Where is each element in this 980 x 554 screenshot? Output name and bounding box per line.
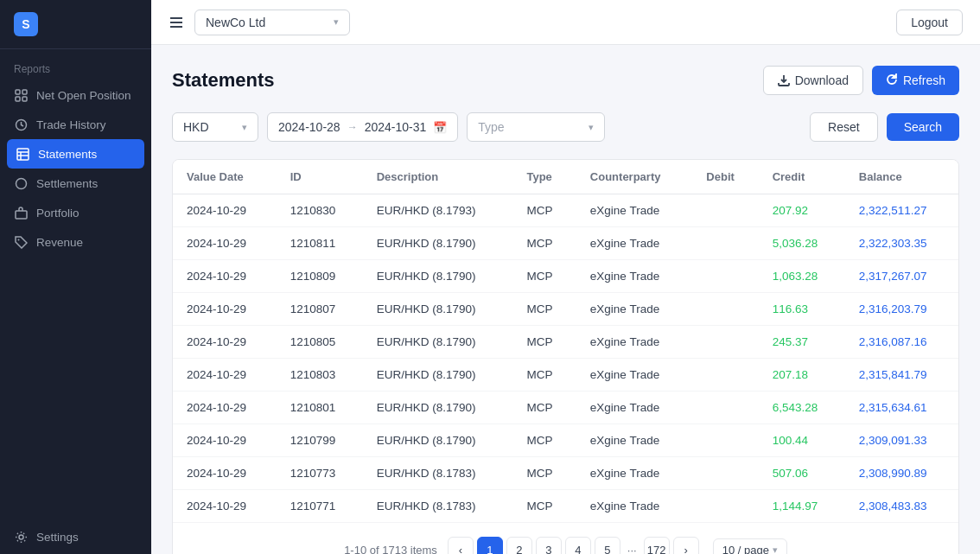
cell-type: MCP — [512, 227, 576, 260]
cell-debit — [692, 392, 758, 424]
table-row: 2024-10-29 1210771 EUR/HKD (8.1783) MCP … — [173, 490, 958, 523]
type-filter[interactable]: Type ▾ — [467, 112, 605, 142]
cell-value-date: 2024-10-29 — [173, 326, 277, 359]
page-1-button[interactable]: 1 — [477, 537, 503, 554]
page-2-button[interactable]: 2 — [506, 537, 532, 554]
sidebar-item-label: Trade History — [36, 118, 106, 131]
col-credit: Credit — [759, 160, 845, 194]
arrow-right-icon: → — [347, 121, 358, 133]
download-button[interactable]: Download — [763, 66, 863, 95]
sidebar-item-net-open-position[interactable]: Net Open Position — [0, 80, 151, 110]
refresh-label: Refresh — [903, 73, 945, 87]
cell-description: EUR/HKD (8.1793) — [363, 194, 513, 227]
reset-button[interactable]: Reset — [810, 112, 878, 142]
clock-icon — [14, 118, 28, 131]
cell-value-date: 2024-10-29 — [173, 359, 277, 392]
col-balance: Balance — [845, 160, 958, 194]
settings-label: Settings — [36, 531, 79, 544]
cell-debit — [692, 194, 758, 227]
table-row: 2024-10-29 1210809 EUR/HKD (8.1790) MCP … — [173, 260, 958, 293]
cell-counterparty: eXgine Trade — [576, 490, 692, 523]
type-placeholder: Type — [478, 120, 504, 134]
cell-balance: 2,309,091.33 — [845, 424, 958, 457]
cell-balance: 2,308,483.83 — [845, 490, 958, 523]
chevron-down-icon: ▾ — [242, 122, 247, 133]
sidebar: S Reports Net Open Position Trade Histor… — [0, 0, 151, 554]
cell-type: MCP — [512, 457, 576, 490]
logout-button[interactable]: Logout — [896, 10, 963, 35]
company-selector[interactable]: NewCo Ltd ▾ — [194, 10, 350, 35]
cell-id: 1210807 — [277, 293, 363, 326]
cell-balance: 2,322,303.35 — [845, 227, 958, 260]
statements-table-card: Value Date ID Description Type Counterpa… — [172, 159, 959, 554]
chevron-down-icon: ▾ — [334, 16, 339, 28]
page-header: Statements Download Refresh — [172, 66, 959, 95]
table-row: 2024-10-29 1210803 EUR/HKD (8.1790) MCP … — [173, 359, 958, 392]
per-page-selector[interactable]: 10 / page ▾ — [713, 538, 787, 555]
cell-credit: 5,036.28 — [759, 227, 845, 260]
circle-icon — [14, 176, 28, 190]
page-3-button[interactable]: 3 — [536, 537, 562, 554]
cell-counterparty: eXgine Trade — [576, 392, 692, 424]
currency-filter[interactable]: HKD ▾ — [172, 112, 258, 142]
cell-balance: 2,315,634.61 — [845, 392, 958, 424]
cell-value-date: 2024-10-29 — [173, 227, 277, 260]
menu-button[interactable] — [169, 15, 184, 30]
table-row: 2024-10-29 1210811 EUR/HKD (8.1790) MCP … — [173, 227, 958, 260]
cell-description: EUR/HKD (8.1790) — [363, 326, 513, 359]
cell-counterparty: eXgine Trade — [576, 260, 692, 293]
page-content: Statements Download Refresh — [151, 45, 980, 554]
sidebar-item-label: Statements — [38, 148, 97, 161]
sidebar-item-label: Settlements — [36, 177, 98, 190]
page-4-button[interactable]: 4 — [565, 537, 591, 554]
cell-debit — [692, 490, 758, 523]
cell-balance: 2,315,841.79 — [845, 359, 958, 392]
col-id: ID — [277, 160, 363, 194]
cell-value-date: 2024-10-29 — [173, 293, 277, 326]
svg-point-12 — [19, 535, 23, 539]
next-page-button[interactable]: › — [673, 537, 699, 554]
cell-debit — [692, 457, 758, 490]
col-debit: Debit — [692, 160, 758, 194]
cell-description: EUR/HKD (8.1790) — [363, 227, 513, 260]
svg-rect-1 — [22, 90, 27, 94]
cell-credit: 1,144.97 — [759, 490, 845, 523]
filter-bar: HKD ▾ 2024-10-28 → 2024-10-31 📅 Type ▾ R… — [172, 112, 959, 142]
grid-icon — [14, 88, 28, 102]
cell-debit — [692, 260, 758, 293]
table-icon — [16, 147, 29, 161]
table-row: 2024-10-29 1210805 EUR/HKD (8.1790) MCP … — [173, 326, 958, 359]
date-range-picker[interactable]: 2024-10-28 → 2024-10-31 📅 — [267, 112, 458, 142]
cell-counterparty: eXgine Trade — [576, 457, 692, 490]
prev-page-button[interactable]: ‹ — [448, 537, 474, 554]
sidebar-item-statements[interactable]: Statements — [7, 139, 144, 169]
cell-type: MCP — [512, 260, 576, 293]
reports-section-label: Reports — [0, 49, 151, 80]
cell-counterparty: eXgine Trade — [576, 359, 692, 392]
cell-description: EUR/HKD (8.1790) — [363, 392, 513, 424]
cell-value-date: 2024-10-29 — [173, 457, 277, 490]
cell-debit — [692, 326, 758, 359]
refresh-button[interactable]: Refresh — [872, 66, 959, 95]
cell-type: MCP — [512, 490, 576, 523]
col-type: Type — [512, 160, 576, 194]
date-from: 2024-10-28 — [278, 120, 340, 134]
cell-id: 1210830 — [277, 194, 363, 227]
col-counterparty: Counterparty — [576, 160, 692, 194]
cell-id: 1210799 — [277, 424, 363, 457]
table-row: 2024-10-29 1210799 EUR/HKD (8.1790) MCP … — [173, 424, 958, 457]
sidebar-item-trade-history[interactable]: Trade History — [0, 110, 151, 139]
sidebar-item-revenue[interactable]: Revenue — [0, 227, 151, 257]
page-title: Statements — [172, 69, 275, 92]
table-row: 2024-10-29 1210830 EUR/HKD (8.1793) MCP … — [173, 194, 958, 227]
cell-value-date: 2024-10-29 — [173, 260, 277, 293]
settings-item[interactable]: Settings — [0, 519, 151, 554]
cell-id: 1210809 — [277, 260, 363, 293]
last-page-button[interactable]: 172 — [644, 537, 670, 554]
table-header-row: Value Date ID Description Type Counterpa… — [173, 160, 958, 194]
table-row: 2024-10-29 1210773 EUR/HKD (8.1783) MCP … — [173, 457, 958, 490]
sidebar-item-settlements[interactable]: Settlements — [0, 169, 151, 198]
sidebar-item-portfolio[interactable]: Portfolio — [0, 198, 151, 227]
search-button[interactable]: Search — [887, 113, 959, 141]
page-5-button[interactable]: 5 — [595, 537, 620, 554]
